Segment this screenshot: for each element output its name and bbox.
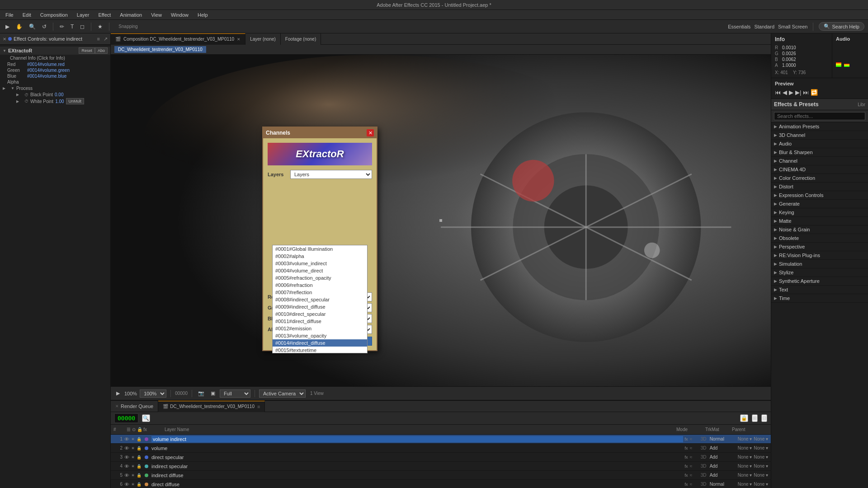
dropdown-item[interactable]: #0009#indirect_diffuse <box>273 303 367 310</box>
dropdown-item[interactable]: #0010#direct_specular <box>273 310 367 318</box>
toolbar-rotate[interactable]: ↺ <box>40 23 48 31</box>
dropdown-item[interactable]: #0013#volume_opacity <box>273 332 367 339</box>
breadcrumb-link[interactable]: DC_Wheelident_testrender_V03_MP0110 <box>114 46 206 53</box>
preview-next-btn[interactable]: ▶| <box>795 89 801 96</box>
dropdown-item[interactable]: #0003#volume_indirect <box>273 260 367 267</box>
layer-lock-btn[interactable]: 🔒 <box>137 464 142 469</box>
white-point-value[interactable]: 1.00 <box>55 99 64 104</box>
layer-lock-btn[interactable]: 🔒 <box>137 482 142 487</box>
layer-row[interactable]: 6 👁 ☀ 🔒 direct diffuse fx ≈ 3D Normal No… <box>111 480 771 488</box>
preview-first-btn[interactable]: ⏮ <box>775 89 781 96</box>
layer-solo-btn[interactable]: ☀ <box>131 482 135 487</box>
layer-lock-btn[interactable]: 🔒 <box>137 473 142 478</box>
dropdown-item[interactable]: #0012#emission <box>273 325 367 332</box>
ep-category-item[interactable]: ▶3D Channel <box>771 131 868 140</box>
layer-fx-icon[interactable]: fx <box>685 455 688 460</box>
layer-visibility-btn[interactable]: 👁 <box>124 436 129 442</box>
layer-fx-icon[interactable]: fx <box>685 437 688 441</box>
ep-category-item[interactable]: ▶Color Correction <box>771 174 868 183</box>
tl-lock-btn[interactable]: 🔒 <box>740 414 748 422</box>
tl-expand-btn[interactable]: ⊞ <box>752 414 758 422</box>
dropdown-item[interactable]: #0002#alpha <box>273 253 367 260</box>
render-queue-close[interactable]: ✕ <box>115 404 119 408</box>
menu-layer[interactable]: Layer <box>75 11 91 19</box>
ep-category-item[interactable]: ▶Distort <box>771 183 868 191</box>
layer-fx-icon[interactable]: fx <box>685 473 688 478</box>
preview-last-btn[interactable]: ⏭ <box>803 89 809 96</box>
small-screen-btn[interactable]: Small Screen <box>778 24 807 29</box>
preview-prev-btn[interactable]: ◀ <box>783 89 787 96</box>
blue-value[interactable]: #0014#volume.blue <box>27 74 66 79</box>
ep-category-item[interactable]: ▶Keying <box>771 208 868 217</box>
ep-category-item[interactable]: ▶Obsolete <box>771 234 868 243</box>
layer-solo-btn[interactable]: ☀ <box>131 446 135 450</box>
layer-row[interactable]: 4 👁 ☀ 🔒 indirect specular fx ≈ 3D Add No… <box>111 462 771 471</box>
tab-composition[interactable]: 🎬 Composition DC_Wheelident_testrender_V… <box>111 33 245 45</box>
reset-btn[interactable]: Reset <box>79 47 95 54</box>
dialog-close-btn[interactable]: ✕ <box>367 129 374 136</box>
ep-category-item[interactable]: ▶Text <box>771 286 868 294</box>
render-queue-tab[interactable]: ✕ Render Queue <box>111 401 158 412</box>
tab-layer[interactable]: Layer (none) <box>245 33 281 45</box>
dropdown-item[interactable]: #0001#Global Illumination <box>273 245 367 253</box>
panel-menu-btn[interactable]: ≡ <box>97 36 100 42</box>
about-btn[interactable]: Abo <box>95 47 108 54</box>
layer-solo-btn[interactable]: ☀ <box>131 455 135 460</box>
unmult-btn[interactable]: UnMult <box>66 98 85 104</box>
dropdown-item[interactable]: #0015#texturetime <box>273 347 367 353</box>
layer-row[interactable]: 2 👁 ☀ 🔒 volume fx ≈ 3D Add None ▾ None ▾ <box>111 444 771 453</box>
region-btn[interactable]: ▣ <box>209 389 217 397</box>
zoom-selector[interactable]: 100% 50% 200% <box>140 389 166 398</box>
toolbar-zoom[interactable]: 🔍 <box>27 23 38 31</box>
menu-file[interactable]: File <box>4 11 15 19</box>
dropdown-item[interactable]: #0006#refraction <box>273 282 367 289</box>
menu-animation[interactable]: Animation <box>118 11 144 19</box>
toolbar-select[interactable]: ▶ <box>4 23 11 31</box>
layer-visibility-btn[interactable]: 👁 <box>124 455 129 460</box>
ep-category-item[interactable]: ▶Perspective <box>771 243 868 251</box>
layer-visibility-btn[interactable]: 👁 <box>124 464 129 469</box>
dropdown-item[interactable]: #0007#reflection <box>273 289 367 296</box>
ep-category-item[interactable]: ▶Generate <box>771 200 868 208</box>
comp-timeline-menu[interactable]: ≡ <box>257 404 260 409</box>
preview-play-btn[interactable]: ▶ <box>789 89 793 96</box>
dropdown-item[interactable]: #0005#refraction_opacity <box>273 274 367 282</box>
menu-effect[interactable]: Effect <box>96 11 113 19</box>
ep-category-item[interactable]: ▶Stylize <box>771 268 868 277</box>
green-value[interactable]: #0014#volume.green <box>27 68 70 73</box>
dropdown-item[interactable]: #0014#indirect_diffuse <box>273 339 367 347</box>
tab-footage[interactable]: Footage (none) <box>281 33 321 45</box>
essentials-btn[interactable]: Essentials <box>728 24 750 29</box>
ep-category-item[interactable]: ▶Matte <box>771 217 868 225</box>
menu-window[interactable]: Window <box>169 11 190 19</box>
ep-libr-tab[interactable]: Libr <box>858 102 865 107</box>
layer-visibility-btn[interactable]: 👁 <box>124 473 129 478</box>
menu-edit[interactable]: Edit <box>21 11 33 19</box>
camera-selector[interactable]: Active Camera <box>259 389 306 398</box>
layer-fx-icon[interactable]: fx <box>685 446 688 450</box>
ep-category-item[interactable]: ▶Expression Controls <box>771 191 868 200</box>
ep-category-item[interactable]: ▶Noise & Grain <box>771 225 868 234</box>
wp-stopwatch[interactable]: ⏱ <box>24 99 28 103</box>
layer-lock-btn[interactable]: 🔒 <box>137 455 142 460</box>
resolution-selector[interactable]: Full Half Quarter <box>220 389 250 398</box>
layer-row[interactable]: 1 👁 ☀ 🔒 volume indirect fx ≈ 3D Normal N… <box>111 435 771 444</box>
tl-collapse-btn[interactable]: ⊟ <box>761 414 767 422</box>
layer-fx-icon[interactable]: fx <box>685 464 688 469</box>
toolbar-text[interactable]: T <box>69 23 75 31</box>
layer-lock-btn[interactable]: 🔒 <box>137 437 142 441</box>
play-btn[interactable]: ▶ <box>114 389 122 397</box>
panel-expand-btn[interactable]: ↗ <box>104 36 108 42</box>
toolbar-puppet[interactable]: ★ <box>96 23 104 31</box>
dropdown-item[interactable]: #0008#indirect_specular <box>273 296 367 303</box>
black-point-value[interactable]: 0.00 <box>55 92 63 97</box>
layer-row[interactable]: 5 👁 ☀ 🔒 indirect diffuse fx ≈ 3D Add Non… <box>111 471 771 480</box>
menu-composition[interactable]: Composition <box>38 11 70 19</box>
layer-visibility-btn[interactable]: 👁 <box>124 446 129 451</box>
ep-category-item[interactable]: ▶Audio <box>771 140 868 148</box>
tl-search-btn[interactable]: 🔍 <box>142 414 150 422</box>
ep-category-item[interactable]: ▶Channel <box>771 157 868 165</box>
toolbar-pen[interactable]: ✏ <box>58 23 66 31</box>
layer-row[interactable]: 3 👁 ☀ 🔒 direct specular fx ≈ 3D Add None… <box>111 453 771 462</box>
toolbar-shape[interactable]: ◻ <box>78 23 86 31</box>
